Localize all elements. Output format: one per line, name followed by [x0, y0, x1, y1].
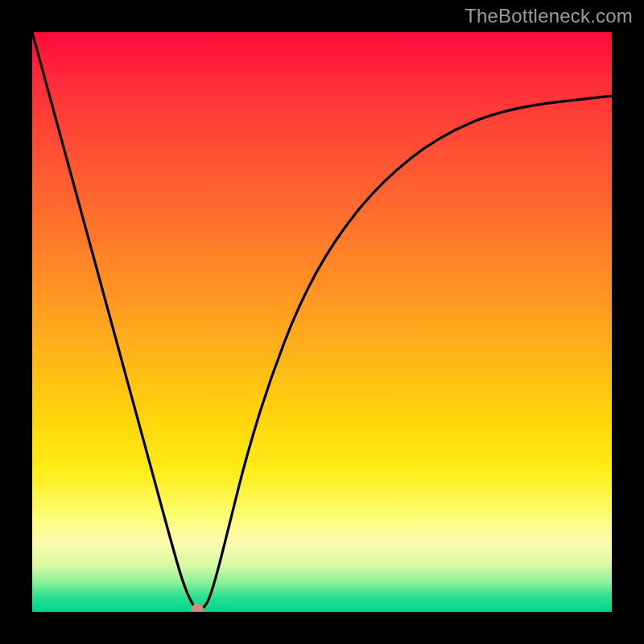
chart-stage: TheBottleneck.com	[0, 0, 644, 644]
bottleneck-curve	[32, 32, 612, 609]
watermark-text: TheBottleneck.com	[464, 5, 633, 27]
curve-svg	[32, 32, 612, 612]
plot-area	[32, 32, 612, 612]
